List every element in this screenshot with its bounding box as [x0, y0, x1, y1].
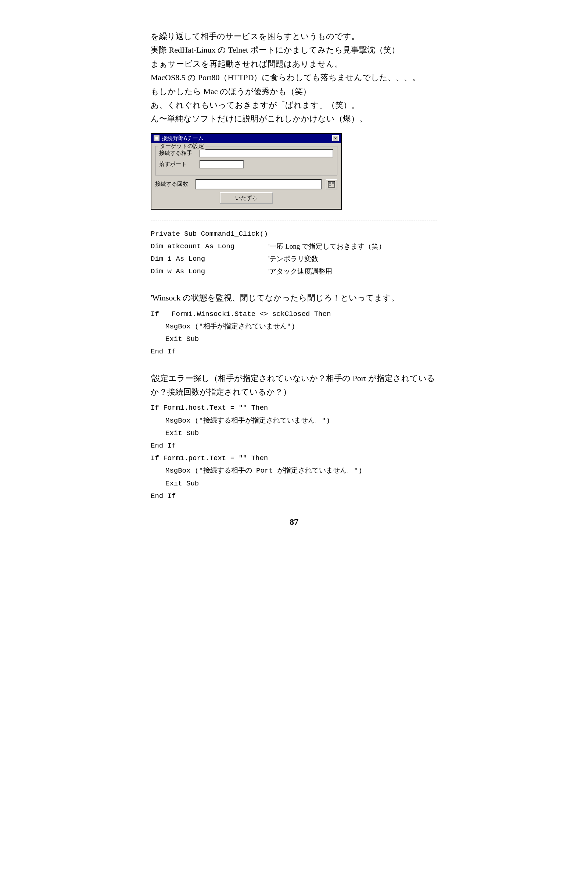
dialog-titlebar-left: ■ 接続野郎Aチーム — [154, 135, 204, 142]
intro-line-1: を繰り返して相手のサービスを困らすというものです。 — [151, 29, 437, 43]
code-error-msgbox2-text: MsgBox ("接続する相手の Port が指定されていません。") — [151, 464, 362, 477]
code-error-if1-text: If Form1.host.Text = "" Then — [151, 401, 268, 414]
intro-line-5: もしかしたら Mac のほうが優秀かも（笑） — [151, 84, 437, 98]
svg-rect-2 — [332, 182, 334, 184]
dialog-itazura-button[interactable]: いたずら — [220, 192, 273, 204]
code-winsock-exit: Exit Sub — [151, 333, 437, 345]
code-comment-w: 'アタック速度調整用 — [268, 265, 332, 278]
dialog-label-host: 接続する相手 — [159, 150, 196, 157]
code-line-sub: Private Sub Command1_Click() — [151, 228, 437, 240]
dialog-title: 接続野郎Aチーム — [162, 135, 204, 142]
code-section-winsock: If Form1.Winsock1.State <> sckClosed The… — [151, 308, 437, 358]
error-comment: '設定エラー探し（相手が指定されていないか？相手の Port が指定されているか… — [151, 371, 437, 399]
code-winsock-exit-text: Exit Sub — [151, 333, 199, 345]
dialog-group-title: ターゲットの設定 — [158, 143, 206, 150]
code-error-exit2: Exit Sub — [151, 477, 437, 490]
intro-line-4: MacOS8.5 の Port80（HTTPD）に食らわしても落ちませんでした、… — [151, 71, 437, 84]
dialog-label-port: 落すポート — [159, 161, 196, 168]
dialog-row-port: 落すポート — [159, 160, 333, 168]
code-error-endif1-text: End If — [151, 439, 176, 452]
dialog-input-port[interactable] — [200, 160, 244, 168]
code-error-msgbox1-text: MsgBox ("接続する相手が指定されていません。") — [151, 415, 330, 427]
code-winsock-endif: End If — [151, 345, 437, 358]
code-error-msgbox1: MsgBox ("接続する相手が指定されていません。") — [151, 415, 437, 427]
dialog-app-icon: ■ — [154, 135, 159, 141]
code-error-endif2-text: End If — [151, 490, 176, 502]
intro-line-2: 実際 RedHat-Linux の Telnet ポートにかましてみたら見事撃沈… — [151, 43, 437, 57]
code-error-exit2-text: Exit Sub — [151, 477, 199, 490]
intro-line-3: まぁサービスを再起動させれば問題はありません。 — [151, 57, 437, 71]
intro-line-6: あ、くれぐれもいっておきますが「ばれます」（笑）。 — [151, 98, 437, 112]
code-error-exit1-text: Exit Sub — [151, 427, 199, 439]
dialog-row-count: 接続する回数 — [155, 179, 338, 189]
code-winsock-endif-text: End If — [151, 345, 176, 358]
code-error-if1: If Form1.host.Text = "" Then — [151, 401, 437, 414]
dialog-btn-row: いたずら — [155, 192, 338, 204]
code-line-i: Dim i As Long 'テンポラリ変数 — [151, 252, 437, 265]
dialog-titlebar: ■ 接続野郎Aチーム × — [152, 134, 341, 143]
winsock-comment: 'Winsock の状態を監視、閉じてなかったら閉じろ！といってます。 — [151, 291, 437, 305]
code-text-sub: Private Sub Command1_Click() — [151, 228, 268, 240]
svg-rect-3 — [329, 185, 331, 186]
code-error-if2: If Form1.port.Text = "" Then — [151, 452, 437, 464]
code-line-w: Dim w As Long 'アタック速度調整用 — [151, 265, 437, 278]
code-section-error: If Form1.host.Text = "" Then MsgBox ("接続… — [151, 401, 437, 502]
svg-rect-1 — [329, 182, 331, 184]
dialog-body: ターゲットの設定 接続する相手 落すポート 接続する回数 — [152, 143, 341, 209]
dialog-row-host: 接続する相手 — [159, 149, 333, 158]
code-error-exit1: Exit Sub — [151, 427, 437, 439]
code-line-atkcount: Dim atkcount As Long '一応 Long で指定しておきます（… — [151, 240, 437, 252]
code-winsock-if: If Form1.Winsock1.State <> sckClosed The… — [151, 308, 437, 320]
intro-line-7: ん〜単純なソフトだけに説明がこれしかかけない（爆）。 — [151, 112, 437, 125]
code-error-msgbox2: MsgBox ("接続する相手の Port が指定されていません。") — [151, 464, 437, 477]
code-winsock-msgbox-text: MsgBox ("相手が指定されていません") — [151, 320, 295, 333]
code-error-endif1: End If — [151, 439, 437, 452]
code-comment-atkcount: '一応 Long で指定しておきます（笑） — [268, 240, 386, 252]
code-winsock-msgbox: MsgBox ("相手が指定されていません") — [151, 320, 437, 333]
dialog-group: ターゲットの設定 接続する相手 落すポート — [155, 146, 338, 176]
code-section-sub: Private Sub Command1_Click() Dim atkcoun… — [151, 228, 437, 278]
code-error-endif2: End If — [151, 490, 437, 502]
intro-text: を繰り返して相手のサービスを困らすというものです。 実際 RedHat-Linu… — [151, 29, 437, 126]
dialog-close-button[interactable]: × — [332, 135, 339, 141]
code-dim-i: Dim i As Long — [151, 252, 268, 265]
page: を繰り返して相手のサービスを困らすというものです。 実際 RedHat-Linu… — [129, 0, 459, 876]
code-comment-i: 'テンポラリ変数 — [268, 252, 318, 265]
dialog-label-count: 接続する回数 — [155, 180, 192, 188]
dialog-input-host[interactable] — [200, 149, 333, 158]
page-number: 87 — [151, 517, 437, 527]
dialog-input-count[interactable] — [195, 179, 322, 189]
section-divider — [151, 221, 437, 221]
code-dim-atkcount: Dim atkcount As Long — [151, 240, 268, 252]
dialog-count-icon-btn[interactable] — [326, 179, 338, 189]
code-dim-w: Dim w As Long — [151, 265, 268, 278]
code-winsock-if-text: If Form1.Winsock1.State <> sckClosed The… — [151, 308, 331, 320]
dialog-window: ■ 接続野郎Aチーム × ターゲットの設定 接続する相手 落すポート 接続する回… — [151, 133, 342, 210]
code-error-if2-text: If Form1.port.Text = "" Then — [151, 452, 268, 464]
